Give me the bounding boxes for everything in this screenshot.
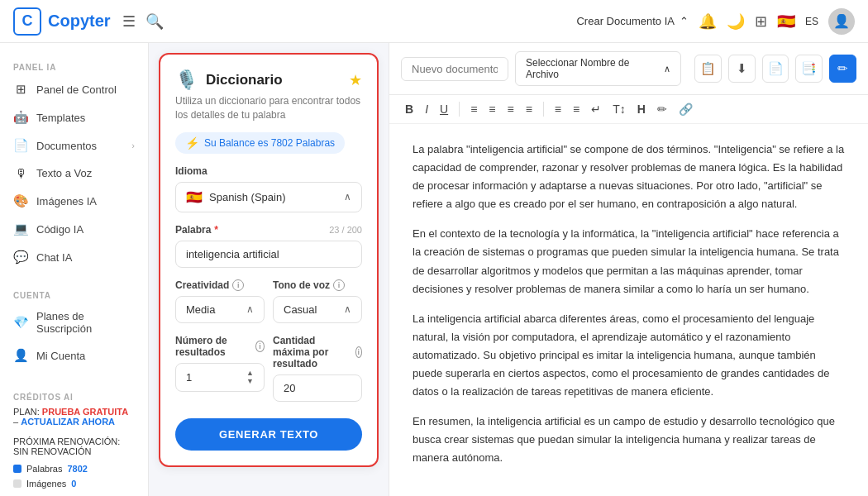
num-resultados-up-icon[interactable]: ▲ [246, 370, 254, 377]
select-nombre-caret-icon: ∧ [664, 64, 670, 74]
sidebar-label-mi-cuenta: Mi Cuenta [36, 350, 85, 362]
sidebar-item-panel-control[interactable]: ⊞ Panel de Control [0, 75, 148, 103]
sidebar-label-texto-voz: Texto a Voz [36, 167, 92, 179]
num-resultados-info-icon[interactable]: i [255, 341, 265, 352]
imagenes-dot [13, 479, 21, 488]
cantidad-max-label: Cantidad máxima por resultado i [273, 335, 362, 370]
select-nombre-archivo[interactable]: Seleccionar Nombre de Archivo ∧ [515, 51, 681, 86]
sidebar-label-chat-ia: Chat IA [36, 251, 72, 264]
num-resultados-input[interactable]: 1 ▲ ▼ [175, 363, 265, 392]
balance-badge: ⚡ Su Balance es 7802 Palabras [175, 132, 345, 154]
grid-icon: ⊞ [13, 82, 28, 97]
pen-button[interactable]: ✏ [653, 100, 671, 118]
panel-ia-section-label: PANEL IA [0, 56, 148, 75]
palabras-count: 7802 [67, 464, 87, 474]
num-resultados-arrows[interactable]: ▲ ▼ [246, 370, 254, 385]
format-divider-1 [459, 102, 460, 117]
creatividad-value: Media [186, 303, 215, 316]
num-resultados-label-text: Número de resultados [175, 335, 252, 358]
actualizar-button[interactable]: ACTUALIZAR AHORA [21, 417, 115, 427]
crear-caret-icon: ⌃ [680, 15, 689, 27]
notification-icon[interactable]: 🔔 [699, 12, 717, 31]
sidebar-item-documentos[interactable]: 📄 Documentos › [0, 131, 148, 160]
darkmode-icon[interactable]: 🌙 [727, 12, 745, 31]
diamond-icon: 💎 [13, 315, 28, 330]
duplicate-icon-button[interactable]: 📑 [795, 55, 823, 83]
palabra-label: Palabra * 23 / 200 [175, 224, 362, 236]
list-ordered-button[interactable]: ≡ [551, 100, 565, 118]
menu-icon[interactable]: ☰ [122, 12, 136, 31]
sidebar-item-codigo-ia[interactable]: 💻 Código IA [0, 215, 148, 243]
italic-button[interactable]: I [421, 100, 432, 118]
sidebar-item-chat-ia[interactable]: 💬 Chat IA [0, 243, 148, 271]
align-justify-button[interactable]: ≡ [522, 100, 537, 118]
link-button[interactable]: 🔗 [675, 100, 697, 118]
robot-icon: 🤖 [13, 110, 28, 125]
sidebar-item-mi-cuenta[interactable]: 👤 Mi Cuenta [0, 341, 148, 370]
sidebar-item-imagenes-ia[interactable]: 🎨 Imágenes IA [0, 187, 148, 215]
content-para-2: En el contexto de la tecnología y la inf… [413, 225, 845, 298]
editor-content[interactable]: La palabra "inteligencia artificial" se … [389, 124, 868, 496]
proxima-label: PRÓXIMA RENOVACIÓN: SIN RENOVACIÓN [13, 436, 120, 456]
palabras-label: Palabras [26, 464, 62, 474]
edit-icon-button[interactable]: ✏ [829, 55, 856, 83]
arrow-icon: › [131, 141, 135, 150]
idioma-flag: 🇪🇸 [186, 189, 203, 205]
document-icon: 📄 [13, 138, 28, 153]
tono-info-icon[interactable]: i [333, 279, 345, 291]
sidebar-item-templates[interactable]: 🤖 Templates [0, 103, 148, 131]
align-right-button[interactable]: ≡ [503, 100, 517, 118]
num-resultados-down-icon[interactable]: ▼ [246, 378, 254, 385]
chat-icon: 💬 [13, 250, 28, 265]
cantidad-max-input[interactable] [273, 374, 362, 402]
cantidad-max-field: Cantidad máxima por resultado i [273, 335, 362, 402]
idioma-select[interactable]: 🇪🇸 Spanish (Spain) ∧ [175, 182, 362, 212]
crear-documento-button[interactable]: Crear Documento IA ⌃ [576, 15, 689, 27]
plan-info: PLAN: PRUEBA GRATUITA – ACTUALIZAR AHORA [0, 402, 148, 432]
avatar[interactable]: 👤 [828, 8, 855, 35]
cuenta-section-label: CUENTA [0, 284, 148, 303]
format-divider-2 [543, 102, 544, 117]
card-emoji: 🎙️ [175, 69, 198, 91]
download-icon-button[interactable]: ⬇ [728, 55, 756, 83]
bolt-icon: ⚡ [185, 136, 199, 150]
list-unordered-button[interactable]: ≡ [569, 100, 584, 118]
prueba-gratuita-label[interactable]: PRUEBA GRATUITA [42, 407, 128, 417]
app-name: Copyter [48, 12, 111, 31]
text-size-button[interactable]: T↕ [608, 100, 630, 118]
sidebar-label-templates: Templates [36, 112, 85, 124]
tono-label-text: Tono de voz [273, 279, 330, 291]
imagenes-count: 0 [71, 479, 76, 489]
fullscreen-icon[interactable]: ⊞ [755, 12, 767, 31]
generar-texto-button[interactable]: GENERAR TEXTO [175, 418, 362, 451]
underline-button[interactable]: U [436, 100, 452, 118]
palabras-dot [13, 465, 21, 473]
sidebar-item-texto-voz[interactable]: 🎙 Texto a Voz [0, 160, 148, 187]
content-para-4: En resumen, la inteligencia artificial e… [413, 413, 845, 467]
format-toolbar: B I U ≡ ≡ ≡ ≡ ≡ ≡ ↵ T↕ H ✏ 🔗 [389, 95, 868, 124]
search-icon[interactable]: 🔍 [145, 12, 164, 31]
crear-documento-label: Crear Documento IA [576, 15, 675, 27]
card-header: 🎙️ Diccionario ★ [175, 69, 362, 91]
tono-select[interactable]: Casual ∧ [273, 296, 362, 323]
bold-button[interactable]: B [401, 100, 417, 118]
creatividad-field: Creatividad i Media ∧ [175, 279, 265, 323]
indent-button[interactable]: ↵ [587, 100, 605, 118]
file-icon-button[interactable]: 📄 [762, 55, 789, 83]
copy-icon-button[interactable]: 📋 [694, 55, 722, 83]
align-center-button[interactable]: ≡ [484, 100, 499, 118]
palabra-input[interactable] [175, 241, 362, 268]
balance-text: Su Balance es 7802 Palabras [204, 137, 335, 149]
palabras-row: Palabras 7802 [0, 461, 148, 476]
proxima-renovacion: PRÓXIMA RENOVACIÓN: SIN RENOVACIÓN [0, 432, 148, 461]
creatividad-select[interactable]: Media ∧ [175, 296, 265, 323]
creatividad-label: Creatividad i [175, 279, 265, 291]
doc-name-input[interactable] [401, 57, 508, 81]
sidebar-item-planes[interactable]: 💎 Planes de Suscripción [0, 303, 148, 341]
separador: – [13, 417, 21, 427]
star-icon[interactable]: ★ [349, 71, 362, 89]
heading-button[interactable]: H [633, 100, 650, 118]
creatividad-info-icon[interactable]: i [232, 279, 244, 291]
align-left-button[interactable]: ≡ [466, 100, 481, 118]
cantidad-max-info-icon[interactable]: i [355, 346, 362, 358]
